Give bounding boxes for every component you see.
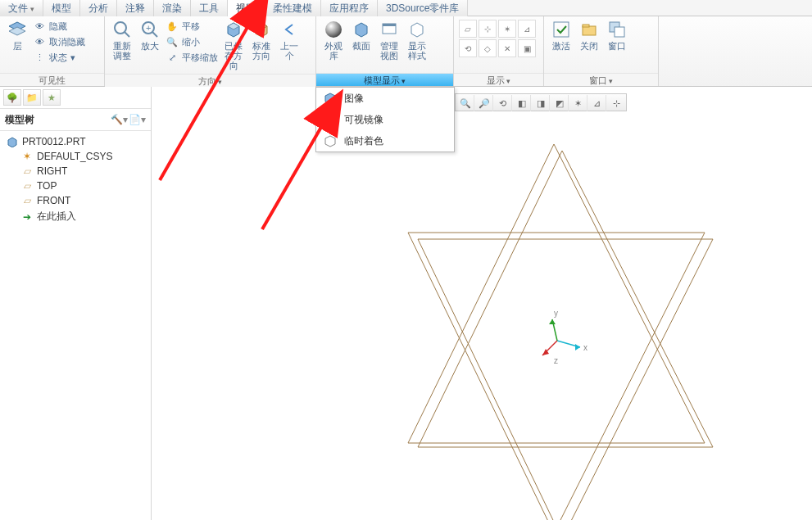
activate-button[interactable]: 激活	[547, 18, 575, 52]
panzoom-button[interactable]: ⤢平移缩放	[166, 51, 218, 64]
canvas-refit-icon[interactable]: ⟲	[494, 95, 512, 111]
sidebar-tab-folder[interactable]: 📁	[23, 89, 41, 106]
canvas-cube1-icon[interactable]: ◧	[513, 95, 531, 111]
tree-right[interactable]: ▱ RIGHT	[0, 164, 151, 179]
plane-icon: ▱	[21, 195, 33, 206]
group-show: ▱ ⊹ ✶ ⊿ ⟲ ◇ ✕ ▣ 显示	[454, 16, 544, 86]
show-annot-icon[interactable]: ⟲	[459, 39, 477, 57]
sidebar-tab-tree[interactable]: 🌳	[3, 89, 21, 106]
viewmgr-button[interactable]: 管理视图	[375, 18, 403, 62]
section-button[interactable]: 截面	[347, 18, 375, 52]
cube-saved-icon	[224, 20, 243, 39]
window-button[interactable]: 窗口	[603, 18, 631, 52]
tab-analyze[interactable]: 分析	[80, 0, 117, 16]
svg-line-3	[125, 32, 129, 37]
sidebar: 🌳 📁 ★ 模型树 🔨▾ 📄▾ PRT0012.PRT ✶ DEFAULT_CS…	[0, 87, 152, 520]
group-display-label[interactable]: 模型显示	[316, 73, 453, 86]
hand-icon: ✋	[166, 20, 179, 33]
svg-marker-28	[418, 239, 713, 520]
menu-tabstrip: 文件 模型 分析 注释 渲染 工具 视图 柔性建模 应用程序 3DSource零…	[0, 0, 812, 16]
sidebar-tool-hammer[interactable]: 🔨▾	[110, 112, 128, 127]
tab-apps[interactable]: 应用程序	[321, 0, 378, 16]
zoomin-button[interactable]: + 放大	[136, 18, 164, 52]
model-wireframe: x y z	[352, 120, 795, 520]
svg-marker-32	[549, 319, 556, 324]
show-misc2-icon[interactable]: ▣	[518, 39, 536, 57]
canvas-zoomout-icon[interactable]: 🔎	[475, 95, 493, 111]
dd-image[interactable]: 图像	[316, 88, 454, 109]
canvas-cube2-icon[interactable]: ◨	[532, 95, 550, 111]
canvas-zoomfit-icon[interactable]: 🔍	[456, 95, 474, 111]
dd-visual[interactable]: 可视镜像	[316, 109, 454, 130]
svg-marker-27	[418, 151, 713, 447]
stdview-button[interactable]: 标准方向	[247, 18, 275, 62]
dd-temp[interactable]: 临时着色	[316, 130, 454, 151]
svg-marker-22	[325, 93, 335, 104]
tree-part[interactable]: PRT0012.PRT	[0, 134, 151, 149]
main-area: 🌳 📁 ★ 模型树 🔨▾ 📄▾ PRT0012.PRT ✶ DEFAULT_CS…	[0, 87, 812, 520]
axis-x-label: x	[583, 343, 587, 352]
layer-button[interactable]: 层	[3, 18, 31, 52]
canvas-annot-icon[interactable]: ⊿	[588, 95, 606, 111]
zoomout-button[interactable]: 🔍缩小	[166, 35, 218, 48]
tab-annotate[interactable]: 注释	[117, 0, 154, 16]
sidebar-tool-page[interactable]: 📄▾	[128, 112, 146, 127]
tab-file[interactable]: 文件	[0, 0, 43, 16]
close-button[interactable]: 关闭	[575, 18, 603, 52]
axis-y-label: y	[554, 309, 558, 318]
canvas-toolbar: 🔍 🔎 ⟲ ◧ ◨ ◩ ✶ ⊿ ⊹	[455, 93, 627, 111]
show-point-icon[interactable]: ✶	[498, 20, 516, 38]
show-axis-icon[interactable]: ⊹	[479, 20, 497, 38]
tree-front[interactable]: ▱ FRONT	[0, 193, 151, 208]
shade-icon	[323, 133, 338, 148]
eye-off-icon: 👁	[33, 20, 46, 33]
refit-button[interactable]: 重新调整	[108, 18, 136, 62]
show-csys-icon[interactable]: ⊿	[518, 20, 536, 38]
canvas[interactable]: 🔍 🔎 ⟲ ◧ ◨ ◩ ✶ ⊿ ⊹ 图像 可视镜像 临时着色	[152, 87, 812, 520]
tab-model[interactable]: 模型	[43, 0, 80, 16]
image-icon	[323, 91, 338, 106]
tab-render[interactable]: 渲染	[154, 0, 191, 16]
tree-top[interactable]: ▱ TOP	[0, 179, 151, 193]
svg-text:+: +	[146, 23, 151, 33]
tree-insert[interactable]: ➔ 在此插入	[0, 208, 151, 225]
status-icon: ⋮	[33, 51, 46, 64]
unhide-button[interactable]: 👁取消隐藏	[33, 35, 85, 48]
svg-marker-21	[8, 138, 16, 147]
prevview-button[interactable]: 上一个	[275, 18, 303, 62]
show-plane-icon[interactable]: ▱	[459, 20, 477, 38]
csys-icon: ✶	[21, 151, 33, 162]
show-misc1-icon[interactable]: ✕	[498, 39, 516, 57]
plane-icon: ▱	[21, 165, 33, 177]
tab-tools[interactable]: 工具	[191, 0, 228, 16]
sidebar-title: 模型树	[5, 113, 34, 127]
svg-marker-15	[411, 23, 423, 37]
pan-button[interactable]: ✋平移	[166, 20, 218, 33]
savedview-button[interactable]: 已保存方向	[220, 18, 247, 72]
tree-csys[interactable]: ✶ DEFAULT_CSYS	[0, 149, 151, 164]
canvas-csys-icon[interactable]: ✶	[569, 95, 587, 111]
zoom-out-icon: 🔍	[166, 35, 179, 48]
group-orientation: 重新调整 + 放大 ✋平移 🔍缩小 ⤢平移缩放 已保存方向 标准方向 上一个	[105, 16, 316, 86]
svg-rect-20	[615, 27, 624, 37]
canvas-cube3-icon[interactable]: ◩	[551, 95, 569, 111]
status-button[interactable]: ⋮状态▾	[33, 51, 85, 64]
dispstyle-button[interactable]: 显示样式	[403, 18, 431, 62]
svg-rect-18	[583, 25, 589, 27]
group-display: 外观库 截面 管理视图 显示样式 模型显示	[316, 16, 454, 86]
appearance-button[interactable]: 外观库	[320, 18, 347, 62]
tab-flex[interactable]: 柔性建模	[265, 0, 321, 16]
svg-rect-16	[554, 22, 569, 37]
arrow-right-icon: ➔	[21, 211, 33, 223]
tab-3dsource[interactable]: 3DSource零件库	[378, 0, 468, 16]
svg-marker-12	[356, 23, 367, 37]
sidebar-tab-star[interactable]: ★	[43, 89, 61, 106]
viewmgr-icon	[379, 20, 399, 39]
tab-view[interactable]: 视图	[228, 0, 265, 16]
show-icon-grid: ▱ ⊹ ✶ ⊿ ⟲ ◇ ✕ ▣	[457, 18, 538, 59]
hide-button[interactable]: 👁隐藏	[33, 20, 85, 33]
sphere-icon	[324, 20, 343, 39]
canvas-axis-icon[interactable]: ⊹	[607, 95, 625, 111]
show-datum-icon[interactable]: ◇	[479, 39, 497, 57]
prev-icon	[279, 20, 299, 39]
